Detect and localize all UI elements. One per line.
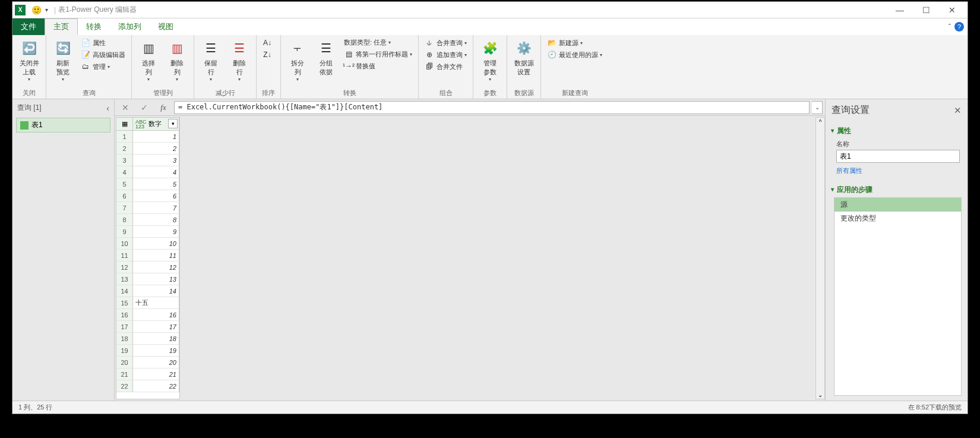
- datatype-button[interactable]: 数据类型: 任意▾: [342, 37, 415, 48]
- cell[interactable]: 12: [133, 261, 179, 273]
- row-header[interactable]: 22: [116, 380, 133, 392]
- close-settings-icon[interactable]: ✕: [954, 105, 962, 116]
- sort-asc-button[interactable]: A↓: [260, 37, 277, 48]
- table-row[interactable]: 99: [116, 226, 179, 238]
- row-header[interactable]: 13: [116, 273, 133, 285]
- select-all-cell[interactable]: ▦: [116, 118, 133, 131]
- row-header[interactable]: 18: [116, 333, 133, 345]
- recent-sources-button[interactable]: 🕘最近使用的源▾: [545, 49, 605, 60]
- section-properties[interactable]: 属性: [832, 126, 962, 136]
- cell[interactable]: 11: [133, 250, 179, 261]
- cell[interactable]: 21: [133, 368, 179, 380]
- expand-formula-icon[interactable]: ⌄: [812, 101, 823, 114]
- cell[interactable]: 十五: [133, 297, 179, 309]
- close-window-button[interactable]: ✕: [939, 2, 965, 18]
- applied-step[interactable]: 源: [834, 198, 961, 212]
- row-header[interactable]: 16: [116, 309, 133, 321]
- row-header[interactable]: 4: [116, 166, 133, 178]
- manage-button[interactable]: 🗂管理▾: [78, 61, 128, 72]
- table-row[interactable]: 1111: [116, 250, 179, 261]
- remove-rows-button[interactable]: ☰删除 行▾: [226, 36, 252, 82]
- qat-dropdown-icon[interactable]: ▾: [45, 7, 48, 13]
- new-source-button[interactable]: 📂新建源▾: [545, 37, 605, 48]
- datasource-settings-button[interactable]: ⚙️数据源 设置: [511, 36, 537, 77]
- cell[interactable]: 6: [133, 190, 179, 202]
- cell[interactable]: 7: [133, 202, 179, 214]
- split-col-button[interactable]: ⫟拆分 列▾: [284, 36, 311, 82]
- cell[interactable]: 3: [133, 155, 179, 166]
- cell[interactable]: 8: [133, 214, 179, 226]
- cell[interactable]: 14: [133, 285, 179, 297]
- table-row[interactable]: 55: [116, 178, 179, 190]
- table-row[interactable]: 77: [116, 202, 179, 214]
- properties-button[interactable]: 📄属性: [78, 37, 128, 48]
- cell[interactable]: 5: [133, 178, 179, 190]
- replace-values-button[interactable]: ¹→²替换值: [342, 61, 415, 71]
- table-row[interactable]: 66: [116, 190, 179, 202]
- filter-icon[interactable]: ▾: [168, 119, 178, 128]
- table-row[interactable]: 1414: [116, 285, 179, 297]
- accept-formula-button[interactable]: ✓: [136, 101, 153, 114]
- row-header[interactable]: 9: [116, 226, 133, 238]
- scroll-up-icon[interactable]: ^: [816, 118, 824, 126]
- column-header[interactable]: ABC 123 数字 ▾: [133, 118, 179, 131]
- tab-file[interactable]: 文件: [12, 18, 45, 35]
- cell[interactable]: 16: [133, 309, 179, 321]
- tab-view[interactable]: 视图: [150, 18, 182, 35]
- cell[interactable]: 19: [133, 345, 179, 357]
- row-header[interactable]: 17: [116, 321, 133, 333]
- all-properties-link[interactable]: 所有属性: [836, 166, 962, 175]
- row-header[interactable]: 10: [116, 238, 133, 250]
- choose-cols-button[interactable]: ▥选择 列▾: [135, 36, 162, 82]
- row-header[interactable]: 2: [116, 143, 133, 155]
- row-header[interactable]: 20: [116, 357, 133, 368]
- maximize-button[interactable]: ☐: [913, 2, 939, 18]
- formula-input[interactable]: [174, 101, 810, 114]
- query-item[interactable]: 表1: [16, 118, 110, 133]
- table-row[interactable]: 2020: [116, 357, 179, 368]
- section-applied-steps[interactable]: 应用的步骤: [832, 185, 962, 195]
- fx-icon[interactable]: fx: [155, 101, 172, 114]
- cell[interactable]: 1: [133, 131, 179, 143]
- keep-rows-button[interactable]: ☰保留 行▾: [198, 36, 224, 82]
- cell[interactable]: 13: [133, 273, 179, 285]
- cell[interactable]: 9: [133, 226, 179, 238]
- help-icon[interactable]: ?: [954, 22, 964, 31]
- tab-home[interactable]: 主页: [45, 18, 78, 35]
- table-row[interactable]: 1010: [116, 238, 179, 250]
- groupby-button[interactable]: ☰分组 依据: [313, 36, 339, 77]
- row-header[interactable]: 1: [116, 131, 133, 143]
- table-row[interactable]: 22: [116, 143, 179, 155]
- row-header[interactable]: 7: [116, 202, 133, 214]
- append-queries-button[interactable]: ⊕追加查询▾: [422, 49, 469, 60]
- minimize-button[interactable]: —: [887, 2, 913, 18]
- row-header[interactable]: 8: [116, 214, 133, 226]
- table-row[interactable]: 2121: [116, 368, 179, 380]
- row-header[interactable]: 15: [116, 297, 133, 309]
- cell[interactable]: 22: [133, 380, 179, 392]
- row-header[interactable]: 3: [116, 155, 133, 166]
- table-row[interactable]: 11: [116, 131, 179, 143]
- cell[interactable]: 18: [133, 333, 179, 345]
- row-header[interactable]: 21: [116, 368, 133, 380]
- merge-queries-button[interactable]: ⫝合并查询▾: [422, 37, 469, 48]
- table-row[interactable]: 1616: [116, 309, 179, 321]
- query-name-input[interactable]: [836, 150, 960, 163]
- row-header[interactable]: 6: [116, 190, 133, 202]
- table-row[interactable]: 33: [116, 155, 179, 166]
- remove-cols-button[interactable]: ▥删除 列▾: [164, 36, 190, 82]
- collapse-ribbon-icon[interactable]: ˆ: [949, 23, 951, 31]
- combine-files-button[interactable]: 🗐合并文件: [422, 61, 469, 72]
- table-row[interactable]: 88: [116, 214, 179, 226]
- scroll-down-icon[interactable]: ⌄: [816, 390, 824, 399]
- applied-step[interactable]: 更改的类型: [834, 212, 961, 225]
- tab-transform[interactable]: 转换: [78, 18, 110, 35]
- table-row[interactable]: 1212: [116, 261, 179, 273]
- first-row-header-button[interactable]: ▤将第一行用作标题▾: [342, 49, 415, 59]
- cell[interactable]: 2: [133, 143, 179, 155]
- tab-addcolumn[interactable]: 添加列: [110, 18, 150, 35]
- row-header[interactable]: 19: [116, 345, 133, 357]
- close-load-button[interactable]: ↩️ 关闭并 上载▾: [16, 36, 42, 82]
- adv-editor-button[interactable]: 📝高级编辑器: [78, 49, 128, 60]
- sort-desc-button[interactable]: Z↓: [260, 49, 277, 60]
